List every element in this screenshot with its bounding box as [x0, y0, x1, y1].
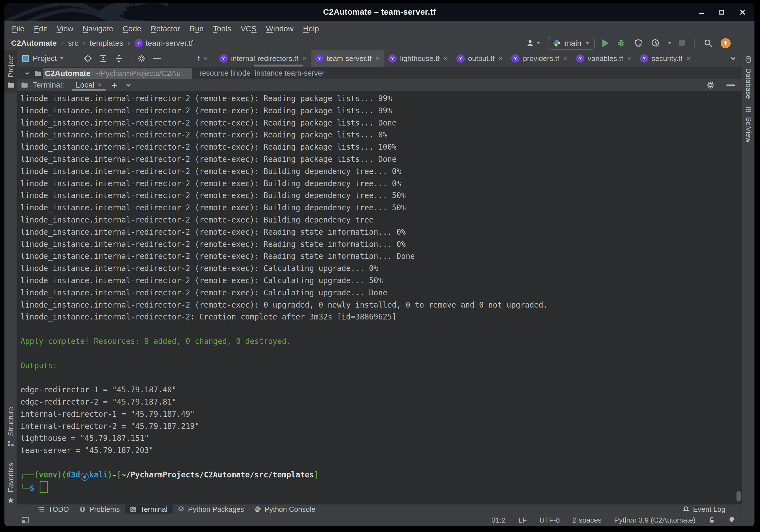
settings-gear-icon[interactable] — [706, 81, 715, 89]
problems-icon — [79, 506, 86, 513]
collapse-all-icon[interactable] — [115, 54, 123, 63]
debug-button[interactable] — [617, 38, 626, 48]
chevron-down-icon — [585, 42, 590, 45]
menu-item-tools[interactable]: Tools — [208, 24, 236, 33]
terminal-line: linode_instance.internal-redirector-2 (r… — [21, 189, 742, 202]
tool-window-tab-python-packages[interactable]: Python Packages — [172, 505, 249, 514]
editor-tab-label: f — [198, 54, 200, 63]
close-icon[interactable]: × — [627, 55, 631, 63]
editor-tab-output-tf[interactable]: output.tf× — [452, 50, 507, 67]
menu-item-file[interactable]: File — [7, 24, 29, 33]
terminal-line: linode_instance.internal-redirector-2 (r… — [21, 153, 742, 166]
menu-item-refactor[interactable]: Refactor — [146, 24, 185, 33]
more-tabs-chevron-icon[interactable] — [729, 50, 742, 67]
menu-item-view[interactable]: View — [52, 24, 78, 33]
toolwindow-toggle-icon[interactable] — [21, 516, 29, 524]
project-tree-root-row[interactable]: C2Automate ~/PycharmProjects/C2Au — [17, 67, 192, 79]
editor-tab-providers-tf[interactable]: providers.tf× — [507, 50, 572, 67]
terminal-tab-local[interactable]: Local × — [72, 79, 106, 91]
terminal-line: linode_instance.internal-redirector-2 (r… — [21, 117, 742, 129]
tool-window-tab-todo[interactable]: TODO — [33, 505, 74, 514]
status-item-2-spaces[interactable]: 2 spaces — [573, 516, 601, 524]
sidebar-item-database[interactable]: Database — [742, 56, 754, 99]
close-icon[interactable]: × — [444, 55, 448, 63]
search-everywhere-button[interactable] — [703, 38, 713, 48]
locate-file-icon[interactable] — [83, 54, 92, 63]
hide-panel-icon[interactable] — [153, 58, 161, 59]
breadcrumb-item-c2automate[interactable]: C2Automate — [11, 39, 57, 48]
menu-item-vcs[interactable]: VCS — [236, 24, 261, 33]
menu-item-window[interactable]: Window — [261, 24, 298, 33]
new-terminal-session-button[interactable]: + — [107, 81, 121, 89]
terminal-line: Outputs: — [21, 360, 742, 372]
menu-item-code[interactable]: Code — [118, 24, 146, 33]
terraform-icon — [388, 54, 397, 63]
menu-item-run[interactable]: Run — [185, 24, 208, 33]
status-item-utf-8[interactable]: UTF-8 — [540, 516, 560, 524]
menu-item-navigate[interactable]: Navigate — [78, 24, 118, 33]
terminal-line: linode_instance.internal-redirector-2 (r… — [21, 129, 742, 141]
inspections-profile-icon[interactable] — [728, 516, 736, 524]
sidebar-item-project[interactable]: Project — [4, 50, 17, 93]
close-icon[interactable]: × — [499, 55, 503, 63]
chevron-down-icon[interactable] — [125, 81, 132, 89]
sidebar-item-sciview[interactable]: SciView — [742, 106, 754, 142]
terminal-scrollbar[interactable] — [736, 491, 741, 502]
menu-item-help[interactable]: Help — [298, 24, 324, 33]
tab-strip-scrollbar[interactable] — [254, 65, 303, 67]
run-configuration-select[interactable]: main — [548, 37, 594, 50]
tool-window-tab-terminal[interactable]: Terminal — [125, 505, 172, 514]
close-icon[interactable]: × — [204, 55, 208, 63]
editor-tab-security-tf[interactable]: security.tf× — [636, 50, 695, 67]
editor-tab-lighthouse-tf[interactable]: lighthouse.tf× — [384, 50, 452, 67]
editor-tab-label: team-server.tf — [327, 54, 372, 63]
breadcrumb-item-templates[interactable]: templates — [90, 39, 123, 48]
sidebar-item-structure[interactable]: Structure — [4, 407, 17, 447]
terminal-line: linode_instance.internal-redirector-2 (r… — [21, 141, 742, 153]
close-button[interactable] — [739, 9, 746, 16]
settings-gear-icon[interactable] — [137, 54, 146, 63]
sciview-icon — [745, 106, 752, 113]
editor-tab-team-server-tf[interactable]: team-server.tf× — [311, 50, 384, 67]
tool-window-tab-problems[interactable]: Problems — [74, 505, 125, 514]
terminal-line: linode_instance.internal-redirector-2 (r… — [21, 263, 742, 274]
status-item-31-2[interactable]: 31:2 — [492, 516, 506, 524]
project-panel-title[interactable]: Project — [33, 54, 57, 63]
menu-item-edit[interactable]: Edit — [29, 24, 52, 33]
lock-icon[interactable] — [708, 516, 715, 524]
expand-all-icon[interactable] — [99, 54, 108, 63]
run-with-coverage-button[interactable] — [634, 38, 643, 48]
editor-breadcrumb-context[interactable]: resource linode_instance team-server — [199, 67, 325, 79]
close-icon[interactable]: × — [302, 55, 306, 63]
editor-tab-label: lighthouse.tf — [400, 54, 440, 63]
status-item-python-3-9-c2automate[interactable]: Python 3.9 (C2Automate) — [614, 516, 695, 524]
close-icon[interactable]: × — [686, 55, 690, 63]
close-icon[interactable]: × — [98, 81, 102, 89]
minimize-button[interactable] — [698, 9, 705, 16]
profiler-button[interactable] — [651, 38, 660, 48]
chevron-down-icon[interactable] — [60, 57, 64, 60]
close-icon[interactable]: × — [376, 55, 380, 63]
editor-tab-variables-tf[interactable]: variables.tf× — [572, 50, 636, 67]
chevron-expanded-icon[interactable] — [24, 70, 30, 77]
editor-tab-f[interactable]: f× — [196, 50, 215, 67]
user-account-button[interactable] — [526, 39, 540, 48]
status-item-lf[interactable]: LF — [518, 516, 527, 524]
terminal-line: Apply complete! Resources: 9 added, 0 ch… — [21, 335, 742, 348]
sidebar-item-favorites[interactable]: Favorites★ — [4, 463, 17, 505]
close-icon[interactable]: × — [563, 55, 567, 63]
run-options-chevron-icon[interactable] — [668, 42, 671, 44]
event-log-button[interactable]: Event Log — [683, 505, 725, 514]
run-button[interactable] — [602, 39, 609, 47]
editor-tab-label: variables.tf — [588, 54, 623, 63]
maximize-button[interactable] — [718, 9, 726, 16]
breadcrumb-item-src[interactable]: src — [68, 39, 78, 48]
breadcrumb-separator: › — [83, 39, 85, 47]
terminal-output[interactable]: linode_instance.internal-redirector-2 (r… — [17, 91, 742, 504]
hide-panel-icon[interactable] — [727, 84, 735, 86]
code-with-me-icon[interactable] — [738, 38, 748, 48]
status-bar: 31:2LFUTF-82 spacesPython 3.9 (C2Automat… — [17, 514, 742, 526]
ide-update-icon[interactable] — [721, 38, 731, 48]
breadcrumb-item-team-server-tf[interactable]: team-server.tf — [146, 39, 193, 48]
tool-window-tab-python-console[interactable]: Python Console — [249, 505, 320, 514]
